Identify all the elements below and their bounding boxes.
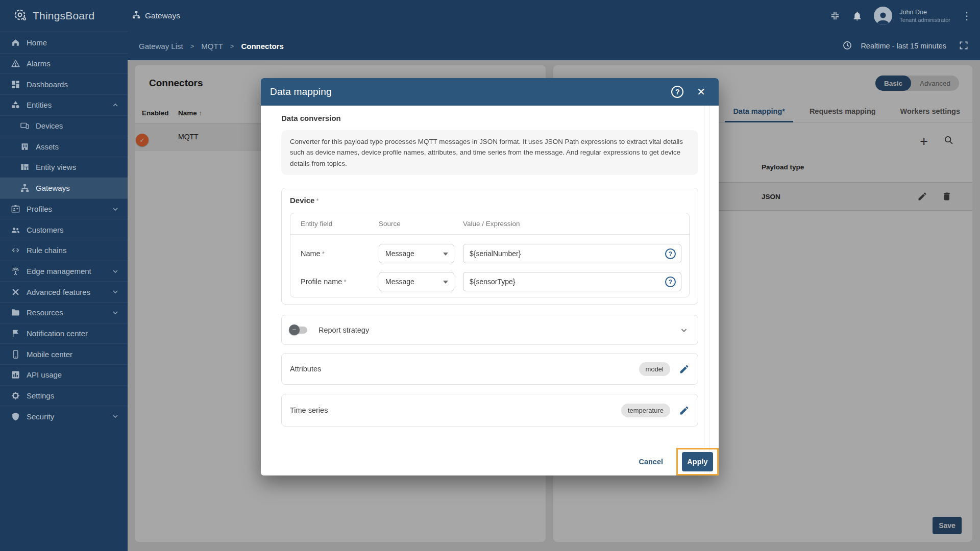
sidebar-item-rule-chains[interactable]: Rule chains (0, 240, 128, 261)
chevron-down-icon (443, 281, 448, 284)
breadcrumb-mqtt[interactable]: MQTT (201, 42, 223, 51)
time-series-section: Time series temperature (281, 394, 698, 427)
sidebar-item-assets[interactable]: Assets (0, 136, 128, 157)
sidebar-item-notification-center[interactable]: Notification center (0, 323, 128, 344)
breadcrumb-separator: > (230, 42, 234, 50)
report-strategy-toggle[interactable]: − (290, 327, 307, 334)
alarms-icon (10, 59, 20, 68)
dialog-header: Data mapping ? ✕ (261, 78, 719, 106)
help-icon[interactable]: ? (671, 86, 683, 98)
device-heading: Device* (290, 196, 690, 205)
gateways-icon (19, 183, 30, 193)
device-table-header: Entity field Source Value / Expression (290, 213, 689, 235)
sidebar-item-devices[interactable]: Devices (0, 115, 128, 136)
source-select[interactable]: Message (379, 272, 454, 291)
sidebar-item-settings[interactable]: Settings (0, 385, 128, 406)
close-icon[interactable]: ✕ (697, 87, 705, 97)
chevron-down-icon[interactable] (678, 324, 690, 336)
user-info[interactable]: John Doe Tenant administrator (899, 8, 950, 24)
converter-description: Converter for this payload type processe… (281, 130, 698, 175)
sidebar-item-advanced-features[interactable]: Advanced features (0, 281, 128, 302)
device-field-row-profile-name: Profile name* Message ${sensorType}? (301, 272, 681, 291)
notification-center-icon (10, 329, 20, 338)
breadcrumb-bar: Gateway List > MQTT > Connectors Realtim… (128, 32, 980, 60)
sidebar-item-home[interactable]: Home (0, 32, 128, 53)
sidebar-item-alarms[interactable]: Alarms (0, 53, 128, 74)
value-expression-input[interactable]: ${serialNumber}? (463, 244, 681, 263)
mobile-center-icon (10, 349, 20, 359)
page-title: Gateways (145, 11, 180, 20)
brand-name: ThingsBoard (33, 10, 94, 22)
user-name: John Doe (899, 8, 950, 16)
entities-icon (10, 100, 20, 110)
thingsboard-logo-icon (12, 7, 28, 24)
sidebar-item-entity-views[interactable]: Entity views (0, 157, 128, 178)
column-source: Source (379, 220, 463, 228)
entity-views-icon (19, 162, 30, 172)
apply-highlight-box: Apply (676, 448, 719, 475)
edit-icon[interactable] (679, 364, 690, 374)
rule-chains-icon (10, 245, 20, 255)
time-range-control[interactable]: Realtime - last 15 minutes (842, 40, 969, 52)
clock-icon (842, 40, 852, 52)
sidebar-item-dashboards[interactable]: Dashboards (0, 73, 128, 94)
apply-button[interactable]: Apply (682, 452, 713, 471)
time-range-label: Realtime - last 15 minutes (861, 42, 946, 50)
top-bar: ThingsBoard Gateways John Doe Tenant adm… (0, 0, 980, 32)
breadcrumb: Gateway List > MQTT > Connectors (139, 42, 284, 51)
dialog-scrollbar[interactable] (704, 106, 709, 473)
device-section: Device* Entity field Source Value / Expr… (281, 188, 698, 305)
dashboards-icon (10, 80, 20, 89)
cancel-button[interactable]: Cancel (639, 458, 663, 466)
required-mark: * (344, 278, 346, 286)
chevron-down-icon (111, 309, 119, 318)
customers-icon (10, 225, 20, 235)
advanced-features-icon (10, 287, 20, 297)
brand[interactable]: ThingsBoard (0, 7, 128, 24)
field-label: Name* (301, 249, 379, 258)
dialog-body: Data conversion Converter for this paylo… (261, 106, 719, 475)
home-icon (10, 38, 20, 47)
chevron-down-icon (111, 288, 119, 297)
sidebar-item-gateways[interactable]: Gateways (0, 178, 128, 198)
attributes-label: Attributes (290, 365, 321, 373)
time-series-label: Time series (290, 406, 328, 414)
sidebar-item-edge-management[interactable]: Edge management (0, 261, 128, 282)
fullscreen-icon[interactable] (959, 40, 969, 52)
sidebar-item-entities[interactable]: Entities (0, 94, 128, 115)
sidebar-item-profiles[interactable]: Profiles (0, 198, 128, 219)
devices-icon (19, 121, 30, 131)
breadcrumb-gateway-list[interactable]: Gateway List (139, 42, 183, 51)
edit-icon[interactable] (679, 405, 690, 416)
attribute-chip: model (639, 362, 670, 376)
column-entity-field: Entity field (301, 220, 379, 228)
chevron-down-icon (111, 205, 119, 215)
sidebar-item-mobile-center[interactable]: Mobile center (0, 343, 128, 364)
source-select[interactable]: Message (379, 244, 454, 263)
device-field-row-name: Name* Message ${serialNumber}? (301, 244, 681, 263)
help-circle-icon[interactable]: ? (665, 277, 676, 287)
attributes-section: Attributes model (281, 353, 698, 385)
user-avatar[interactable] (874, 7, 892, 25)
sidebar-item-customers[interactable]: Customers (0, 219, 128, 240)
required-mark: * (316, 197, 318, 205)
notifications-bell-icon[interactable] (852, 11, 863, 21)
topbar-actions: John Doe Tenant administrator ⋮ (829, 7, 980, 25)
chevron-down-icon (111, 267, 119, 277)
value-expression-input[interactable]: ${sensorType}? (463, 272, 681, 291)
column-value-expression: Value / Expression (463, 220, 681, 228)
page-header: Gateways (132, 10, 180, 21)
edge-management-icon (10, 266, 20, 276)
chevron-down-icon (443, 253, 448, 256)
collapse-icon[interactable] (829, 10, 841, 21)
profiles-icon (10, 204, 20, 214)
help-circle-icon[interactable]: ? (665, 248, 676, 259)
section-heading: Data conversion (281, 114, 698, 122)
breadcrumb-separator: > (190, 42, 194, 50)
sidebar-item-api-usage[interactable]: API usage (0, 364, 128, 385)
report-strategy-label: Report strategy (318, 326, 369, 334)
breadcrumb-connectors: Connectors (241, 42, 283, 51)
sidebar-item-security[interactable]: Security (0, 406, 128, 427)
more-menu-icon[interactable]: ⋮ (962, 10, 972, 22)
sidebar-item-resources[interactable]: Resources (0, 302, 128, 323)
